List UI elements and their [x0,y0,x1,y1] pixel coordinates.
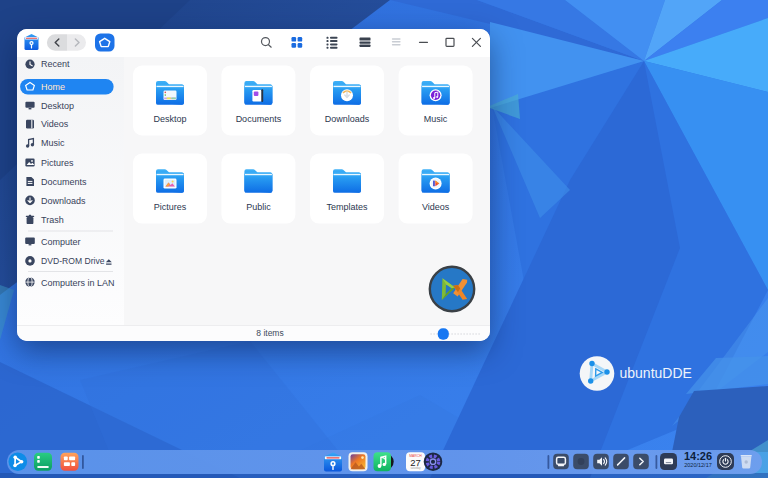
svg-text:Computers in LAN: Computers in LAN [41,278,115,288]
svg-text:Recent: Recent [41,59,70,69]
svg-text:Desktop: Desktop [153,114,186,124]
svg-text:Downloads: Downloads [41,196,86,206]
svg-text:Public: Public [246,202,271,212]
svg-text:Trash: Trash [41,215,64,225]
svg-text:Videos: Videos [41,119,69,129]
svg-text:Music: Music [424,114,448,124]
svg-text:Computer: Computer [41,237,81,247]
svg-text:Desktop: Desktop [41,101,74,111]
svg-text:Documents: Documents [41,177,87,187]
svg-text:Pictures: Pictures [41,158,74,168]
svg-text:ubuntuDDE: ubuntuDDE [620,365,692,381]
svg-text:Templates: Templates [326,202,368,212]
svg-text:Documents: Documents [236,114,282,124]
svg-text:Downloads: Downloads [325,114,370,124]
svg-text:DVD-ROM Drive: DVD-ROM Drive [41,256,105,266]
svg-text:saturday: saturday [411,466,422,470]
svg-text:Music: Music [41,138,65,148]
svg-text:Home: Home [41,82,65,92]
svg-text:Videos: Videos [422,202,450,212]
svg-text:Pictures: Pictures [154,202,187,212]
